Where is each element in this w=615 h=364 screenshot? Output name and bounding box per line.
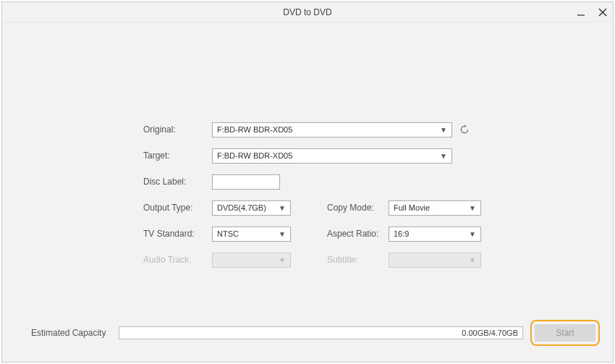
close-icon xyxy=(598,8,607,17)
disc-label-row: Disc Label: xyxy=(143,174,483,190)
copy-mode-select[interactable]: Full Movie ▼ xyxy=(389,200,481,216)
target-label: Target: xyxy=(143,151,212,161)
output-copy-row: Output Type: DVD5(4.7GB) ▼ Copy Mode: Fu… xyxy=(143,200,483,216)
tv-standard-value: NTSC xyxy=(217,229,277,238)
start-button[interactable]: Start xyxy=(535,324,595,342)
title-bar: DVD to DVD xyxy=(2,2,613,22)
tv-aspect-row: TV Standard: NTSC ▼ Aspect Ratio: 16:9 ▼ xyxy=(143,226,483,242)
app-window: DVD to DVD Original: F:BD-RW BDR-XD05 ▼ xyxy=(1,1,614,363)
aspect-ratio-select[interactable]: 16:9 ▼ xyxy=(389,227,481,242)
aspect-ratio-value: 16:9 xyxy=(394,229,467,238)
disc-label-label: Disc Label: xyxy=(143,177,212,187)
capacity-progress: 0.00GB/4.70GB xyxy=(119,326,523,339)
copy-mode-value: Full Movie xyxy=(394,203,467,212)
chevron-down-icon: ▼ xyxy=(277,256,287,264)
chevron-down-icon: ▼ xyxy=(467,230,478,238)
refresh-icon xyxy=(459,124,470,135)
audio-track-select: ▼ xyxy=(212,253,291,268)
chevron-down-icon: ▼ xyxy=(438,152,449,160)
original-label: Original: xyxy=(143,124,212,135)
target-value: F:BD-RW BDR-XD05 xyxy=(217,151,438,160)
subtitle-select: ▼ xyxy=(389,253,481,268)
output-type-select[interactable]: DVD5(4.7GB) ▼ xyxy=(212,200,291,216)
copy-mode-label: Copy Mode: xyxy=(327,203,389,213)
tv-standard-select[interactable]: NTSC ▼ xyxy=(212,227,291,242)
target-row: Target: F:BD-RW BDR-XD05 ▼ xyxy=(143,148,483,164)
subtitle-label: Subtitle: xyxy=(327,255,389,265)
capacity-value: 0.00GB/4.70GB xyxy=(462,329,518,337)
chevron-down-icon: ▼ xyxy=(438,126,449,134)
start-highlight: Start xyxy=(530,320,600,346)
original-value: F:BD-RW BDR-XD05 xyxy=(217,125,438,134)
audio-track-label: Audio Track: xyxy=(143,255,212,265)
chevron-down-icon: ▼ xyxy=(277,230,287,238)
close-button[interactable] xyxy=(597,7,608,18)
window-controls xyxy=(575,2,608,22)
form-area: Original: F:BD-RW BDR-XD05 ▼ Target: F:B… xyxy=(143,122,483,278)
chevron-down-icon: ▼ xyxy=(467,256,478,264)
capacity-label: Estimated Capacity xyxy=(31,328,106,338)
aspect-ratio-label: Aspect Ratio: xyxy=(327,229,389,239)
refresh-button[interactable] xyxy=(459,124,470,135)
audio-subtitle-row: Audio Track: ▼ Subtitle: ▼ xyxy=(143,252,483,268)
chevron-down-icon: ▼ xyxy=(277,204,287,212)
target-select[interactable]: F:BD-RW BDR-XD05 ▼ xyxy=(212,148,452,164)
minimize-button[interactable] xyxy=(575,7,587,18)
minimize-icon xyxy=(577,8,585,17)
output-type-value: DVD5(4.7GB) xyxy=(217,203,277,212)
chevron-down-icon: ▼ xyxy=(467,204,478,212)
original-select[interactable]: F:BD-RW BDR-XD05 ▼ xyxy=(212,122,452,137)
disc-label-input[interactable] xyxy=(212,174,280,190)
tv-standard-label: TV Standard: xyxy=(143,229,212,239)
output-type-label: Output Type: xyxy=(143,203,212,213)
footer: Estimated Capacity 0.00GB/4.70GB Start xyxy=(2,320,613,346)
window-title: DVD to DVD xyxy=(2,7,613,17)
original-row: Original: F:BD-RW BDR-XD05 ▼ xyxy=(143,122,483,137)
